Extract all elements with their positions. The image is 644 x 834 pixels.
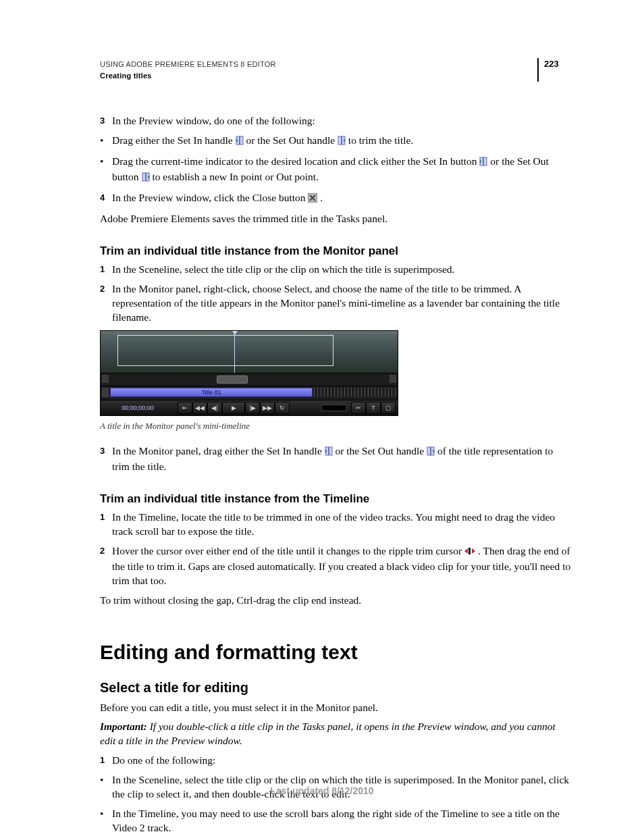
bullet-item: • In the Timeline, you may need to use t… — [100, 807, 571, 834]
loop-button: ↻ — [275, 402, 290, 414]
add-text-button: T — [366, 402, 381, 414]
svg-rect-19 — [430, 447, 431, 455]
steps-list: 3 In the Preview window, do one of the f… — [100, 114, 571, 128]
step-text: In the Preview window, do one of the fol… — [112, 114, 571, 128]
doc-title: USING ADOBE PREMIERE ELEMENTS 8 EDITOR — [100, 59, 537, 70]
close-icon — [308, 192, 317, 207]
step-item: 1 In the Sceneline, select the title cli… — [100, 263, 571, 277]
step-item: 4 In the Preview window, click the Close… — [100, 191, 571, 207]
chapter-heading: Editing and formatting text — [100, 639, 571, 667]
bullet-item: • Drag either the Set In handle or the S… — [100, 134, 571, 149]
ripple-trim-cursor-icon — [464, 546, 475, 560]
zoom-slider — [321, 405, 347, 411]
step-number: 2 — [100, 544, 112, 558]
shuttle-button: ⇤ — [178, 402, 192, 414]
svg-marker-21 — [464, 548, 468, 554]
steps-list: 3 In the Monitor panel, drag either the … — [100, 444, 571, 474]
step-text: In the Timeline, locate the title to be … — [112, 511, 571, 539]
set-out-handle-icon — [338, 135, 346, 149]
rewind-button: ◀◀ — [192, 402, 207, 414]
bullet-list: • In the Sceneline, select the title cli… — [100, 773, 571, 834]
step-number: 4 — [100, 191, 112, 205]
subsection-heading: Select a title for editing — [100, 679, 571, 697]
paragraph: Before you can edit a title, you must se… — [100, 701, 571, 715]
monitor-panel-figure: Title 01 00;00;00;00 ⇤ ◀◀ ◀| ▶ |▶ ▶▶ ↻ ✂ — [100, 330, 398, 416]
step-number: 2 — [100, 282, 112, 296]
set-in-button-icon — [479, 156, 487, 170]
page-number: 223 — [537, 58, 571, 82]
monitor-video-area — [101, 331, 398, 373]
step-number: 1 — [100, 754, 112, 767]
svg-marker-23 — [472, 548, 475, 554]
step-number: 3 — [100, 444, 112, 458]
title-clip-bar: Title 01 — [110, 388, 313, 397]
paragraph: Adobe Premiere Elements saves the trimme… — [100, 212, 571, 226]
set-in-handle-icon — [236, 135, 244, 149]
steps-list: 1 In the Sceneline, select the title cli… — [100, 263, 571, 325]
section-name: Creating titles — [100, 71, 537, 81]
step-fwd-button: |▶ — [245, 402, 260, 414]
freeze-frame-button: ▢ — [381, 402, 396, 414]
step-item: 1 In the Timeline, locate the title to b… — [100, 511, 571, 539]
step-item: 1 Do one of the following: — [100, 754, 571, 768]
step-item: 2 Hover the cursor over either end of th… — [100, 544, 571, 588]
svg-rect-22 — [468, 548, 471, 554]
mini-timeline: Title 01 — [101, 386, 398, 400]
steps-list: 1 In the Timeline, locate the title to b… — [100, 511, 571, 588]
step-number: 1 — [100, 511, 112, 524]
page-header: USING ADOBE PREMIERE ELEMENTS 8 EDITOR C… — [100, 59, 571, 82]
step-item: 2 In the Monitor panel, right-click, cho… — [100, 282, 571, 325]
steps-list: 1 Do one of the following: — [100, 754, 571, 768]
footer-last-updated: Last updated 8/12/2010 — [0, 785, 644, 798]
safe-margin-outline — [117, 335, 333, 366]
svg-rect-4 — [341, 136, 342, 145]
split-clip-button: ✂ — [351, 402, 366, 414]
svg-rect-7 — [483, 157, 484, 165]
set-in-handle-icon — [325, 446, 333, 460]
timeline-ruler — [314, 388, 396, 397]
step-back-button: ◀| — [207, 402, 222, 414]
important-note: Important: If you double-click a title c… — [100, 720, 571, 748]
play-button: ▶ — [222, 402, 245, 414]
svg-rect-16 — [328, 447, 329, 455]
step-text: Do one of the following: — [112, 754, 571, 768]
step-item: 3 In the Monitor panel, drag either the … — [100, 444, 571, 474]
monitor-scrollbar — [101, 373, 398, 386]
scrollbar-thumb — [217, 375, 248, 384]
step-text: In the Monitor panel, right-click, choos… — [112, 282, 571, 325]
important-text: If you double-click a title clip in the … — [100, 721, 556, 746]
important-label: Important: — [100, 721, 150, 732]
document-page: USING ADOBE PREMIERE ELEMENTS 8 EDITOR C… — [0, 0, 644, 834]
page-body: 3 In the Preview window, do one of the f… — [100, 114, 571, 834]
svg-rect-10 — [145, 173, 146, 181]
step-text: In the Sceneline, select the title clip … — [112, 263, 571, 277]
monitor-controls: 00;00;00;00 ⇤ ◀◀ ◀| ▶ |▶ ▶▶ ↻ ✂ T ▢ — [101, 400, 398, 415]
timecode-display: 00;00;00;00 — [101, 404, 175, 412]
step-item: 3 In the Preview window, do one of the f… — [100, 114, 571, 128]
section-heading: Trim an individual title instance from t… — [100, 492, 571, 507]
set-out-handle-icon — [427, 446, 435, 460]
step-number: 3 — [100, 114, 112, 128]
playhead-icon — [234, 334, 235, 373]
section-heading: Trim an individual title instance from t… — [100, 244, 571, 259]
step-number: 1 — [100, 263, 112, 276]
paragraph: To trim without closing the gap, Ctrl-dr… — [100, 594, 571, 608]
svg-rect-1 — [239, 136, 240, 145]
set-out-button-icon — [142, 172, 150, 186]
steps-list: 4 In the Preview window, click the Close… — [100, 191, 571, 207]
bullet-text: In the Timeline, you may need to use the… — [112, 807, 571, 834]
bullet-list: • Drag either the Set In handle or the S… — [100, 134, 571, 186]
bullet-item: • Drag the current-time indicator to the… — [100, 155, 571, 186]
figure-caption: A title in the Monitor panel's mini-time… — [100, 420, 571, 432]
fast-fwd-button: ▶▶ — [260, 402, 275, 414]
